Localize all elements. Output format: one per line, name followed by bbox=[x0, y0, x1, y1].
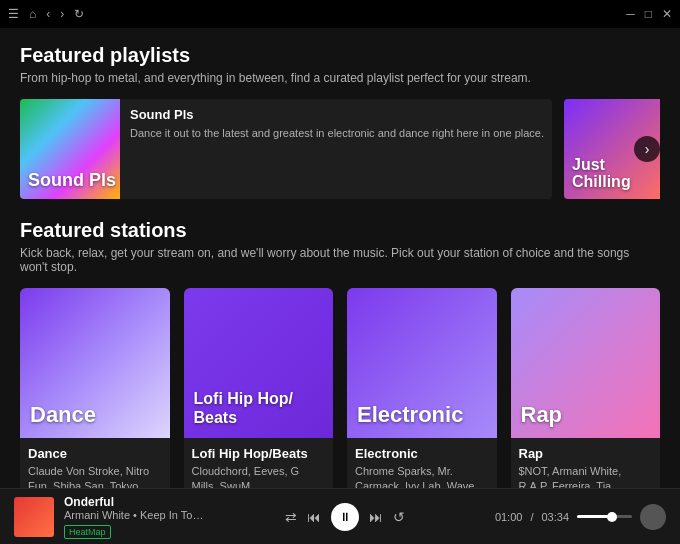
player-song-tag[interactable]: HeatMap bbox=[64, 525, 111, 539]
featured-stations-subtitle: Kick back, relax, get your stream on, an… bbox=[20, 246, 660, 274]
station-info-lofi: Lofi Hip Hop/Beats Cloudchord, Eeves, G … bbox=[184, 438, 334, 489]
next-button[interactable]: ⏭ bbox=[369, 509, 383, 525]
player-time-total: 03:34 bbox=[541, 511, 569, 523]
station-thumb-lofi: Lofi Hip Hop/ Beats bbox=[184, 288, 334, 438]
station-card-lofi[interactable]: Lofi Hip Hop/ Beats Lofi Hip Hop/Beats C… bbox=[184, 288, 334, 488]
player-song-title: Onderful bbox=[64, 495, 204, 509]
player-song-info: Onderful Armani White • Keep In Touch He… bbox=[64, 495, 204, 539]
station-thumb-rap: Rap bbox=[511, 288, 661, 438]
shuffle-button[interactable]: ⇄ bbox=[285, 509, 297, 525]
scroll-right-button[interactable]: › bbox=[634, 136, 660, 162]
station-info-dance: Dance Claude Von Stroke, Nitro Fun, Shib… bbox=[20, 438, 170, 489]
back-icon[interactable]: ‹ bbox=[46, 7, 50, 21]
station-thumb-dance: Dance bbox=[20, 288, 170, 438]
playlist-info-sound-pls: Sound Pls Dance it out to the latest and… bbox=[130, 99, 552, 199]
featured-playlists-scroll: Sound Pls Sound Pls Dance it out to the … bbox=[20, 99, 660, 199]
station-artists-electronic: Chrome Sparks, Mr. Carmack, Ivy Lab, Wav… bbox=[355, 464, 489, 489]
hamburger-icon[interactable]: ☰ bbox=[8, 7, 19, 21]
featured-playlists-row: Sound Pls Sound Pls Dance it out to the … bbox=[20, 99, 660, 199]
station-label-rap: Rap bbox=[521, 402, 563, 428]
station-name-electronic: Electronic bbox=[355, 446, 489, 461]
station-label-dance: Dance bbox=[30, 402, 96, 428]
play-pause-button[interactable]: ⏸ bbox=[331, 503, 359, 531]
playlist-card-sound-pls[interactable]: Sound Pls Sound Pls Dance it out to the … bbox=[20, 99, 552, 199]
volume-bar[interactable] bbox=[577, 515, 632, 518]
station-card-rap[interactable]: Rap Rap $NOT, Armani White, R.A.P. Ferre… bbox=[511, 288, 661, 488]
title-bar-left: ☰ ⌂ ‹ › ↻ bbox=[8, 7, 84, 21]
player-bar: Onderful Armani White • Keep In Touch He… bbox=[0, 488, 680, 544]
playlist-info-desc-sound-pls: Dance it out to the latest and greatest … bbox=[130, 126, 544, 141]
featured-playlists-section: Featured playlists From hip-hop to metal… bbox=[20, 44, 660, 199]
featured-playlists-subtitle: From hip-hop to metal, and everything in… bbox=[20, 71, 660, 85]
featured-stations-section: Featured stations Kick back, relax, get … bbox=[20, 219, 660, 488]
player-album-art bbox=[14, 497, 54, 537]
title-bar: ☰ ⌂ ‹ › ↻ ─ □ ✕ bbox=[0, 0, 680, 28]
featured-stations-title: Featured stations bbox=[20, 219, 660, 242]
playlist-thumb-label-sound-pls: Sound Pls bbox=[28, 171, 116, 191]
station-label-electronic: Electronic bbox=[357, 402, 463, 428]
avatar[interactable] bbox=[640, 504, 666, 530]
featured-playlists-title: Featured playlists bbox=[20, 44, 660, 67]
station-thumb-electronic: Electronic bbox=[347, 288, 497, 438]
playlist-thumb-sound-pls: Sound Pls bbox=[20, 99, 120, 199]
player-controls: ⇄ ⏮ ⏸ ⏭ ↺ bbox=[285, 503, 405, 531]
player-time-current: 01:00 bbox=[495, 511, 523, 523]
player-right: 01:00 / 03:34 bbox=[486, 504, 666, 530]
player-song-artist: Armani White • Keep In Touch bbox=[64, 509, 204, 521]
forward-icon[interactable]: › bbox=[60, 7, 64, 21]
player-time-sep: / bbox=[530, 511, 533, 523]
station-card-electronic[interactable]: Electronic Electronic Chrome Sparks, Mr.… bbox=[347, 288, 497, 488]
station-label-lofi: Lofi Hip Hop/ Beats bbox=[194, 389, 334, 427]
station-name-rap: Rap bbox=[519, 446, 653, 461]
station-info-rap: Rap $NOT, Armani White, R.A.P. Ferreira,… bbox=[511, 438, 661, 489]
stations-row: Dance Dance Claude Von Stroke, Nitro Fun… bbox=[20, 288, 660, 488]
station-artists-lofi: Cloudchord, Eeves, G Mills, SwuM bbox=[192, 464, 326, 489]
station-artists-rap: $NOT, Armani White, R.A.P. Ferreira, Tia… bbox=[519, 464, 653, 489]
station-info-electronic: Electronic Chrome Sparks, Mr. Carmack, I… bbox=[347, 438, 497, 489]
close-button[interactable]: ✕ bbox=[662, 7, 672, 21]
home-icon[interactable]: ⌂ bbox=[29, 7, 36, 21]
title-bar-right: ─ □ ✕ bbox=[626, 7, 672, 21]
station-artists-dance: Claude Von Stroke, Nitro Fun, Shiba San,… bbox=[28, 464, 162, 489]
refresh-icon[interactable]: ↻ bbox=[74, 7, 84, 21]
volume-dot bbox=[607, 512, 617, 522]
previous-button[interactable]: ⏮ bbox=[307, 509, 321, 525]
maximize-button[interactable]: □ bbox=[645, 7, 652, 21]
minimize-button[interactable]: ─ bbox=[626, 7, 635, 21]
station-name-dance: Dance bbox=[28, 446, 162, 461]
repeat-button[interactable]: ↺ bbox=[393, 509, 405, 525]
playlist-info-title-sound-pls: Sound Pls bbox=[130, 107, 544, 122]
station-name-lofi: Lofi Hip Hop/Beats bbox=[192, 446, 326, 461]
station-card-dance[interactable]: Dance Dance Claude Von Stroke, Nitro Fun… bbox=[20, 288, 170, 488]
main-content: Featured playlists From hip-hop to metal… bbox=[0, 28, 680, 488]
volume-fill bbox=[577, 515, 610, 518]
